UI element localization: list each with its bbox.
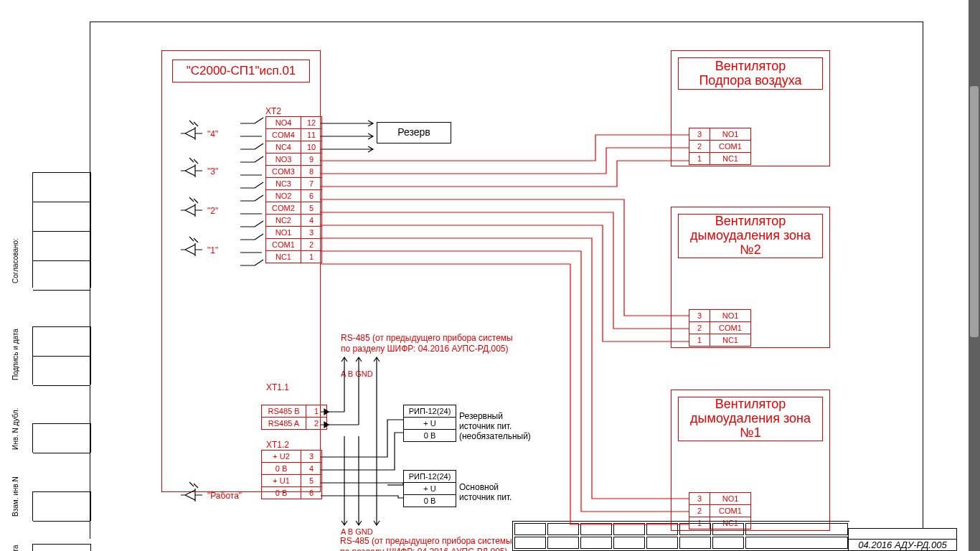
side-label-d: Взам. инв.N — [11, 476, 19, 517]
fan-3-title: Вентилятор дымоудаления зона №1 — [678, 397, 823, 441]
reserve-box: Резерв — [377, 122, 451, 143]
xt11-label: XT1.1 — [266, 382, 289, 392]
rip-top: РИП-12(24) + U 0 В — [403, 405, 456, 442]
side-label-a: Согласовано: — [11, 238, 19, 283]
rip-bot: РИП-12(24) + U 0 В — [403, 470, 456, 507]
left-slot-1 — [32, 172, 91, 288]
work-label: "Работа" — [207, 491, 242, 501]
side-label-e: ь и дата — [11, 545, 19, 551]
channel-label-2: "2" — [207, 206, 218, 216]
left-slot-5 — [32, 544, 91, 551]
channel-label-3: "3" — [207, 166, 218, 176]
rs485-note-bot: RS-485 (от предыдущего прибора системыпо… — [340, 536, 512, 551]
fan-2-title: Вентилятор дымоудаления зона №2 — [678, 214, 823, 258]
abg-top: A B GND — [341, 369, 373, 380]
doc-number-box: 04.2016 АДУ-РД.005 — [848, 528, 957, 551]
rip-bot-note: Основнойисточник пит. — [459, 482, 512, 502]
drawing-paper: Согласовано: Подпись и дата Инв. N дубл.… — [0, 0, 969, 551]
xt2-label: XT2 — [265, 106, 281, 116]
channel-label-1: "1" — [207, 245, 218, 255]
xt2-table: NO412COM411NC410NO39COM38NC37NO26COM25NC… — [265, 116, 322, 263]
side-label-b: Подпись и дата — [11, 329, 19, 380]
fan-1-title: Вентилятор Подпора воздуха — [678, 57, 823, 90]
left-slot-4 — [32, 491, 91, 521]
vertical-scrollbar[interactable] — [969, 0, 980, 551]
titleblock-grid — [512, 521, 849, 551]
left-slot-2 — [32, 326, 91, 385]
side-label-c: Инв. N дубл. — [11, 408, 19, 450]
device-title: "С2000-СП1"исп.01 — [172, 60, 310, 83]
channel-label-4: "4" — [207, 129, 218, 139]
xt12-label: XT1.2 — [266, 440, 289, 450]
scrollbar-thumb[interactable] — [970, 86, 979, 337]
fan-1-terms: 3NO12COM11NC1 — [689, 128, 751, 165]
xt11-table: RS485 B1RS485 A2 — [261, 405, 327, 430]
rip-top-note: Резервныйисточник пит.(необязательный) — [459, 411, 531, 441]
left-slot-3 — [32, 423, 91, 453]
xt12-table: + U230 В4+ U150 В6 — [261, 450, 322, 499]
fan-2-terms: 3NO12COM11NC1 — [689, 309, 751, 347]
rs485-note-top: RS-485 (от предыдущего прибора системыпо… — [341, 333, 513, 354]
